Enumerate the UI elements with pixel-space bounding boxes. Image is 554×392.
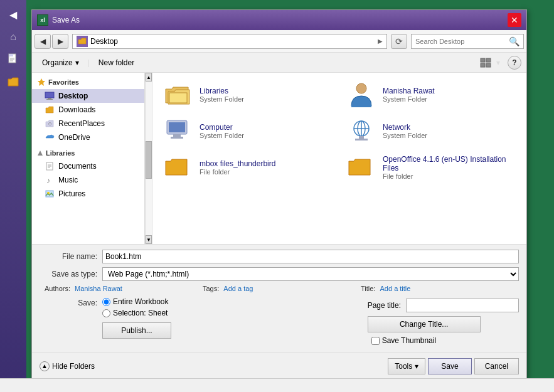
music-icon: ♪ — [45, 175, 55, 185]
filename-label: File name: — [40, 252, 102, 261]
file-item-openoffice[interactable]: OpenOffice 4.1.6 (en-US) Installation Fi… — [341, 151, 521, 184]
entire-workbook-option[interactable]: Entire Workbook — [102, 297, 171, 306]
manisha-type: System Folder — [383, 95, 435, 103]
hide-folders-label: Hide Folders — [52, 362, 95, 371]
help-button[interactable]: ? — [508, 56, 521, 70]
dialog-actions: ▲ Hide Folders Tools ▾ Save Cancel — [32, 352, 526, 379]
computer-type: System Folder — [200, 132, 244, 139]
organize-arrow-icon: ▾ — [75, 58, 79, 67]
onedrive-icon — [45, 132, 55, 142]
publish-button[interactable]: Publish... — [102, 322, 171, 339]
mbox-info: mbox files_thunderbird File folder — [200, 159, 275, 176]
sidebar-scrollbar[interactable]: ▲ ▼ — [145, 73, 152, 244]
scroll-down-arrow[interactable]: ▼ — [146, 235, 152, 244]
filename-input[interactable] — [102, 250, 519, 263]
selection-sheet-radio[interactable] — [102, 309, 110, 317]
savetype-select[interactable]: Web Page (*.htm;*.html) — [102, 267, 519, 281]
savetype-label: Save as type: — [40, 270, 102, 278]
address-folder-icon — [77, 36, 88, 47]
address-bar[interactable]: Desktop ▶ — [72, 34, 387, 49]
selection-sheet-label: Selection: Sheet — [113, 309, 168, 317]
sidebar-item-pictures[interactable]: Pictures — [32, 187, 144, 201]
address-dropdown-icon[interactable]: ▶ — [375, 38, 383, 45]
tools-button[interactable]: Tools ▾ — [388, 358, 425, 374]
sidebar-item-downloads[interactable]: Downloads — [32, 103, 144, 117]
organize-button[interactable]: Organize ▾ — [37, 56, 84, 70]
scroll-thumb[interactable] — [146, 141, 152, 179]
dialog-content: Favorites Desktop — [32, 73, 526, 244]
page-title-section: Page title: Change Title... Save Thumbna… — [368, 299, 519, 345]
svg-rect-7 — [481, 63, 485, 67]
desktop-icon — [45, 91, 55, 101]
save-thumbnail-checkbox[interactable] — [371, 337, 380, 345]
search-input[interactable] — [415, 38, 509, 45]
onedrive-label: OneDrive — [58, 133, 90, 142]
svg-rect-1 — [9, 54, 13, 56]
sidebar: Favorites Desktop — [32, 73, 145, 244]
desktop-label: Desktop — [58, 92, 88, 100]
computer-name: Computer — [200, 123, 244, 132]
address-text: Desktop — [90, 37, 375, 46]
sidebar-item-documents[interactable]: Documents — [32, 159, 144, 173]
file-item-network[interactable]: Network System Folder — [341, 114, 521, 148]
view-button[interactable] — [477, 56, 494, 70]
save-button[interactable]: Save — [428, 358, 471, 374]
svg-marker-14 — [38, 151, 43, 156]
save-options-label: Save: — [40, 297, 102, 307]
entire-workbook-radio[interactable] — [102, 298, 110, 306]
scroll-up-arrow[interactable]: ▲ — [146, 73, 152, 82]
sidebar-item-desktop[interactable]: Desktop — [32, 89, 144, 103]
save-options: Save: Entire Workbook Selection: Sheet P… — [40, 297, 355, 339]
computer-icon — [163, 119, 193, 144]
taskbar-back[interactable]: ◀ — [4, 5, 23, 24]
cancel-button[interactable]: Cancel — [474, 358, 519, 374]
taskbar-folder[interactable] — [4, 73, 23, 92]
computer-info: Computer System Folder — [200, 123, 244, 139]
svg-rect-26 — [169, 122, 185, 132]
taskbar-file[interactable] — [4, 50, 23, 69]
new-folder-button[interactable]: New folder — [93, 56, 139, 70]
file-item-manisha[interactable]: Manisha Rawat System Folder — [341, 78, 521, 112]
dialog-titlebar: xl Save As ✕ — [32, 10, 526, 30]
sidebar-item-onedrive[interactable]: OneDrive — [32, 130, 144, 144]
forward-button[interactable]: ▶ — [52, 34, 68, 49]
selection-sheet-option[interactable]: Selection: Sheet — [102, 309, 171, 317]
documents-label: Documents — [58, 162, 97, 171]
sidebar-item-music[interactable]: ♪ Music — [32, 173, 144, 187]
title-value[interactable]: Add a title — [380, 285, 411, 292]
taskbar-home[interactable]: ⌂ — [4, 28, 23, 46]
svg-marker-9 — [38, 78, 45, 86]
libraries-folder-icon — [163, 82, 193, 107]
file-item-computer[interactable]: Computer System Folder — [157, 114, 338, 148]
meta-row: Authors: Manisha Rawat Tags: Add a tag T… — [40, 285, 519, 292]
svg-rect-28 — [171, 137, 183, 139]
svg-rect-22 — [169, 93, 187, 103]
close-button[interactable]: ✕ — [508, 13, 521, 27]
downloads-icon — [45, 105, 55, 115]
save-as-dialog: xl Save As ✕ ◀ ▶ Desktop ▶ ⟳ 🔍 Organize … — [31, 9, 527, 379]
hide-folders-icon: ▲ — [40, 361, 50, 371]
refresh-button[interactable]: ⟳ — [391, 34, 407, 49]
file-grid: Libraries System Folder Manisha Ra — [157, 78, 521, 184]
libraries-header: Libraries — [32, 144, 144, 159]
file-item-mbox[interactable]: mbox files_thunderbird File folder — [157, 151, 338, 184]
tags-value[interactable]: Add a tag — [223, 285, 253, 292]
file-item-libraries[interactable]: Libraries System Folder — [157, 78, 338, 112]
sidebar-wrapper: Favorites Desktop — [32, 73, 152, 244]
svg-rect-5 — [481, 58, 485, 62]
music-label: Music — [58, 176, 78, 184]
mbox-name: mbox files_thunderbird — [200, 159, 275, 168]
svg-rect-6 — [486, 58, 491, 62]
authors-value[interactable]: Manisha Rawat — [75, 285, 122, 292]
svg-rect-34 — [355, 139, 368, 140]
search-button[interactable]: 🔍 — [509, 36, 519, 46]
action-bar: Organize ▾ | New folder ▾ ? — [32, 53, 526, 73]
sidebar-item-recentplaces[interactable]: ◷ RecentPlaces — [32, 117, 144, 130]
page-title-input[interactable] — [406, 299, 519, 312]
back-button[interactable]: ◀ — [35, 34, 51, 49]
change-title-button[interactable]: Change Title... — [368, 316, 481, 332]
savetype-row: Save as type: Web Page (*.htm;*.html) — [40, 267, 519, 281]
svg-text:♪: ♪ — [46, 176, 50, 184]
organize-label: Organize — [42, 58, 73, 67]
hide-folders-button[interactable]: ▲ Hide Folders — [40, 361, 95, 371]
